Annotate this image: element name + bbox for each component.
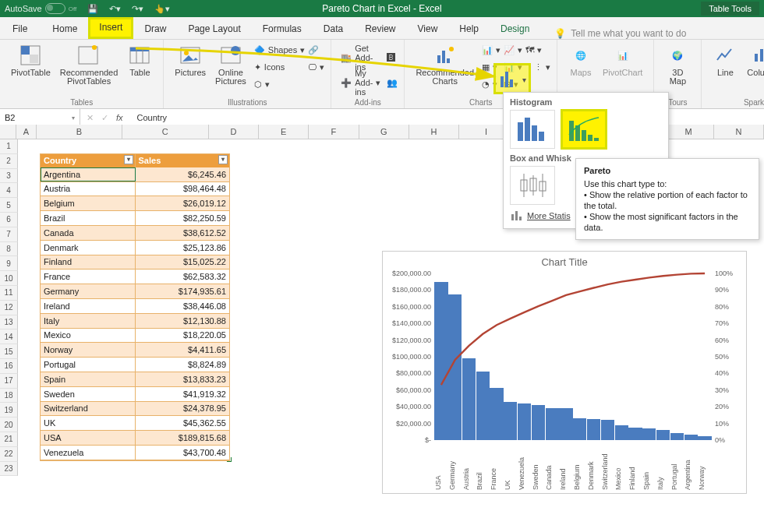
- table-cell[interactable]: Brazil: [41, 211, 136, 225]
- scatter-chart-button[interactable]: ⋮⋮▾: [525, 60, 550, 74]
- column-header[interactable]: A: [16, 125, 37, 139]
- get-addins-button[interactable]: 🏬Get Add-ins: [341, 51, 380, 65]
- table-cell[interactable]: Sweden: [41, 387, 136, 401]
- row-header[interactable]: 1: [0, 139, 18, 154]
- tab-draw[interactable]: Draw: [133, 19, 177, 39]
- row-header[interactable]: 21: [0, 432, 18, 447]
- enter-icon[interactable]: ✓: [101, 113, 108, 123]
- table-cell[interactable]: Norway: [41, 343, 136, 357]
- table-cell[interactable]: $189,815.68: [136, 431, 230, 445]
- recommended-charts-button[interactable]: Recommended Charts: [411, 41, 479, 87]
- touch-mode-icon[interactable]: 👆▾: [154, 4, 170, 14]
- chart-bar[interactable]: [559, 408, 572, 440]
- tab-formulas[interactable]: Formulas: [252, 19, 313, 39]
- column-chart-button[interactable]: 📊▾: [482, 43, 500, 57]
- tab-file[interactable]: File: [9, 19, 41, 39]
- column-header[interactable]: B: [37, 125, 122, 139]
- fx-icon[interactable]: fx: [116, 113, 123, 122]
- tell-me-search[interactable]: 💡 Tell me what you want to do: [554, 28, 686, 39]
- row-header[interactable]: 22: [0, 447, 18, 462]
- shapes-button[interactable]: 🔷Shapes ▾: [254, 43, 305, 57]
- table-cell[interactable]: Portugal: [41, 358, 136, 372]
- row-header[interactable]: 13: [0, 315, 18, 330]
- row-header[interactable]: 23: [0, 462, 18, 477]
- maps-chart-button[interactable]: 🗺▾: [525, 43, 550, 57]
- row-header[interactable]: 3: [0, 169, 18, 184]
- row-header[interactable]: 12: [0, 301, 18, 315]
- sparkline-column-button[interactable]: Column: [742, 41, 764, 79]
- row-header[interactable]: 8: [0, 242, 18, 257]
- row-header[interactable]: 7: [0, 227, 18, 242]
- tab-insert[interactable]: Insert: [88, 17, 133, 39]
- column-header[interactable]: H: [409, 125, 459, 139]
- smartart-button[interactable]: 🔗: [308, 43, 324, 57]
- box-whisker-option[interactable]: [510, 166, 555, 205]
- chart-bar[interactable]: [656, 430, 670, 440]
- table-cell[interactable]: Canada: [41, 226, 136, 240]
- table-cell[interactable]: $45,362.55: [136, 416, 230, 430]
- table-cell[interactable]: $12,130.88: [136, 314, 230, 328]
- table-cell[interactable]: $174,935.61: [136, 284, 230, 298]
- chart-bar[interactable]: [546, 408, 559, 440]
- online-pictures-button[interactable]: Online Pictures: [210, 41, 251, 87]
- table-cell[interactable]: $26,019.12: [136, 196, 230, 210]
- table-cell[interactable]: Germany: [41, 284, 136, 298]
- table-cell[interactable]: Argentina: [41, 167, 136, 181]
- tab-help[interactable]: Help: [448, 19, 490, 39]
- table-cell[interactable]: Denmark: [41, 241, 136, 255]
- recommended-pivottables-button[interactable]: Recommended PivotTables: [55, 41, 123, 87]
- tab-design[interactable]: Design: [490, 19, 540, 39]
- bing-maps-button[interactable]: 🅱: [387, 51, 398, 65]
- 3d-map-button[interactable]: 🌍 3D Map: [660, 41, 695, 87]
- table-cell[interactable]: Mexico: [41, 329, 136, 343]
- table-cell[interactable]: $98,464.48: [136, 182, 230, 196]
- table-cell[interactable]: Switzerland: [41, 402, 136, 416]
- chart-title[interactable]: Chart Title: [383, 252, 746, 271]
- chart-bar[interactable]: [587, 419, 600, 440]
- table-cell[interactable]: Finland: [41, 255, 136, 270]
- 3dmodels-button[interactable]: ⬡ ▾: [254, 77, 305, 91]
- icons-button[interactable]: ✦Icons: [254, 60, 305, 74]
- table-cell[interactable]: $41,919.32: [136, 387, 230, 401]
- table-cell[interactable]: UK: [41, 416, 136, 430]
- pictures-button[interactable]: Pictures: [170, 41, 210, 79]
- histogram-option[interactable]: [510, 110, 555, 149]
- table-cell[interactable]: $13,833.23: [136, 372, 230, 386]
- undo-icon[interactable]: ↶▾: [109, 4, 121, 14]
- row-header[interactable]: 20: [0, 417, 18, 432]
- cancel-icon[interactable]: ✕: [87, 113, 94, 123]
- tab-page-layout[interactable]: Page Layout: [177, 19, 251, 39]
- row-header[interactable]: 2: [0, 154, 18, 169]
- row-header[interactable]: 6: [0, 213, 18, 227]
- pareto-chart[interactable]: Chart Title $200,000.00$180,000.00$160,0…: [382, 251, 747, 494]
- row-header[interactable]: 17: [0, 374, 18, 389]
- table-cell[interactable]: $4,411.65: [136, 343, 230, 357]
- table-cell[interactable]: Venezuela: [41, 446, 136, 460]
- table-cell[interactable]: Austria: [41, 182, 136, 196]
- line-chart-button[interactable]: 📈▾: [504, 43, 522, 57]
- row-header[interactable]: 9: [0, 256, 18, 271]
- table-cell[interactable]: $38,446.08: [136, 299, 230, 313]
- sparkline-line-button[interactable]: Line: [708, 41, 742, 79]
- table-cell[interactable]: $38,612.52: [136, 226, 230, 240]
- tab-data[interactable]: Data: [313, 19, 354, 39]
- table-cell[interactable]: Italy: [41, 314, 136, 328]
- tab-review[interactable]: Review: [354, 19, 406, 39]
- table-cell[interactable]: France: [41, 270, 136, 284]
- column-header[interactable]: N: [714, 125, 764, 139]
- column-header[interactable]: G: [359, 125, 409, 139]
- row-header[interactable]: 10: [0, 271, 18, 286]
- row-header[interactable]: 4: [0, 183, 18, 198]
- chart-bar[interactable]: [684, 435, 698, 440]
- column-header[interactable]: E: [259, 125, 309, 139]
- column-header[interactable]: F: [309, 125, 359, 139]
- tab-home[interactable]: Home: [41, 19, 88, 39]
- pareto-option[interactable]: [561, 110, 607, 149]
- my-addins-button[interactable]: ➕My Add-ins ▾: [341, 76, 380, 90]
- maps-button[interactable]: 🌐 Maps: [564, 41, 598, 79]
- table-cell[interactable]: $82,250.59: [136, 211, 230, 225]
- people-graph-button[interactable]: 👥: [387, 76, 398, 90]
- column-header[interactable]: D: [209, 125, 259, 139]
- pivotchart-button[interactable]: 📊 PivotChart: [598, 41, 647, 79]
- chart-bar[interactable]: [601, 420, 614, 440]
